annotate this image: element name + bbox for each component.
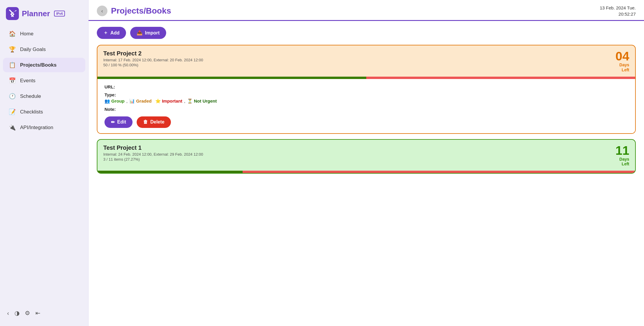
app-name: Planner [22, 9, 50, 18]
events-icon: 📅 [9, 77, 16, 84]
sidebar-label-schedule: Schedule [20, 93, 41, 99]
ipv6-badge: IPv6 [54, 11, 65, 17]
project-card-2: Test Project 2 Internal: 17 Feb. 2024 12… [97, 45, 636, 134]
projects-icon: 📋 [9, 62, 16, 68]
comma-1: , [126, 98, 128, 104]
project-name-2: Test Project 2 [103, 50, 203, 57]
sidebar-item-home[interactable]: 🏠 Home [3, 27, 85, 41]
tag-group: 👥 Group [104, 98, 125, 104]
back-icon[interactable]: ‹ [7, 310, 9, 317]
graded-text: Graded [136, 98, 152, 103]
days-label-2: DaysLeft [615, 62, 629, 73]
import-button[interactable]: 📥 Import [130, 27, 166, 39]
header-left: ‹ Projects/Books [97, 6, 171, 16]
progress-bar-container-2 [97, 77, 635, 79]
delete-icon: 🗑 [143, 119, 148, 125]
days-label-1: DaysLeft [615, 157, 629, 167]
header-time-text: 20:52:27 [600, 11, 636, 17]
group-text: Group [111, 98, 125, 103]
days-left-1: 11 DaysLeft [615, 144, 629, 167]
delete-label: Delete [150, 119, 164, 125]
project-progress-text-1: 3 / 11 items (27.27%) [103, 157, 203, 162]
sidebar-item-checklists[interactable]: 📝 Checklists [3, 105, 85, 119]
progress-bar-fill-2 [97, 77, 366, 79]
project-name-1: Test Project 1 [103, 144, 203, 151]
schedule-icon: 🕐 [9, 93, 16, 100]
edit-label: Edit [117, 119, 126, 125]
trophy-icon: 🏆 [9, 46, 16, 53]
tag-important: ⭐ Important [155, 98, 182, 104]
header: ‹ Projects/Books 13 Feb. 2024 Tue. 20:52… [89, 0, 644, 21]
sidebar-item-events[interactable]: 📅 Events [3, 73, 85, 88]
sidebar-label-projects-books: Projects/Books [20, 62, 57, 68]
progress-bar-container-1 [97, 171, 635, 173]
edit-icon: ✏ [111, 119, 115, 125]
sidebar-item-daily-goals[interactable]: 🏆 Daily Goals [3, 42, 85, 57]
sidebar-item-api[interactable]: 🔌 API/Integration [3, 120, 85, 135]
logo-area: Planner IPv6 [0, 5, 88, 26]
days-left-2: 04 DaysLeft [615, 50, 629, 73]
delete-button[interactable]: 🗑 Delete [137, 116, 171, 128]
add-button[interactable]: ＋ Add [97, 27, 126, 39]
type-tags: 👥 Group , 📊 Graded ⭐ Important [104, 98, 628, 104]
type-row: Type: 👥 Group , 📊 Graded ⭐ [104, 92, 628, 104]
api-icon: 🔌 [9, 124, 16, 131]
home-icon: 🏠 [9, 30, 16, 37]
sidebar-label-daily-goals: Daily Goals [20, 47, 46, 52]
project-card-1: Test Project 1 Internal: 24 Feb. 2024 12… [97, 139, 636, 174]
note-row: Note: [104, 107, 628, 112]
project-header-2: Test Project 2 Internal: 17 Feb. 2024 12… [97, 45, 635, 74]
back-button[interactable]: ‹ [97, 6, 107, 16]
page-title: Projects/Books [111, 6, 171, 16]
type-label: Type: [104, 92, 628, 97]
url-label: URL: [104, 84, 115, 89]
project-dates-2: Internal: 17 Feb. 2024 12:00, External: … [103, 58, 203, 62]
project-progress-text-2: 50 / 100 % (50.00%) [103, 63, 203, 67]
not-urgent-text: Not Urgent [194, 98, 217, 103]
project-info-1: Test Project 1 Internal: 24 Feb. 2024 12… [103, 144, 203, 162]
checklists-icon: 📝 [9, 108, 16, 115]
not-urgent-icon: ⏳ [187, 98, 193, 104]
main-content: ‹ Projects/Books 13 Feb. 2024 Tue. 20:52… [89, 0, 644, 326]
import-label: Import [145, 30, 160, 36]
tag-not-urgent: ⏳ Not Urgent [187, 98, 217, 104]
back-chevron-icon: ‹ [101, 8, 103, 14]
comma-2: , [184, 98, 185, 104]
sidebar-item-projects-books[interactable]: 📋 Projects/Books [3, 58, 85, 72]
important-icon: ⭐ [155, 98, 161, 104]
add-icon: ＋ [103, 30, 108, 36]
settings-icon[interactable]: ⚙ [25, 309, 30, 317]
graded-icon: 📊 [129, 98, 135, 104]
important-text: Important [162, 98, 182, 103]
sidebar-label-checklists: Checklists [20, 109, 43, 115]
header-datetime: 13 Feb. 2024 Tue. 20:52:27 [600, 5, 636, 17]
project-dates-1: Internal: 24 Feb. 2024 12:00, External: … [103, 152, 203, 157]
group-icon: 👥 [104, 98, 110, 104]
project-header-1: Test Project 1 Internal: 24 Feb. 2024 12… [97, 140, 635, 169]
sidebar-label-events: Events [20, 78, 35, 84]
contrast-icon[interactable]: ◑ [14, 309, 19, 317]
sidebar-bottom: ‹ ◑ ⚙ ⇤ [0, 305, 88, 321]
edit-button[interactable]: ✏ Edit [104, 116, 133, 128]
sidebar-item-schedule[interactable]: 🕐 Schedule [3, 89, 85, 103]
tag-graded: 📊 Graded [129, 98, 152, 104]
add-label: Add [110, 30, 120, 36]
days-number-2: 04 [615, 50, 629, 62]
logout-icon[interactable]: ⇤ [35, 309, 40, 317]
logo-icon [6, 7, 19, 20]
note-label: Note: [104, 107, 116, 112]
url-row: URL: [104, 84, 628, 89]
sidebar: Planner IPv6 🏠 Home 🏆 Daily Goals 📋 Proj… [0, 0, 89, 326]
header-date-text: 13 Feb. 2024 Tue. [600, 5, 636, 11]
project-detail-2: URL: Type: 👥 Group , 📊 Graded [97, 79, 635, 133]
sidebar-label-home: Home [20, 31, 33, 37]
logo-svg [8, 9, 17, 18]
sidebar-label-api: API/Integration [20, 125, 53, 131]
progress-bar-fill-1 [97, 171, 243, 173]
days-number-1: 11 [615, 144, 629, 157]
project-info-2: Test Project 2 Internal: 17 Feb. 2024 12… [103, 50, 203, 67]
toolbar: ＋ Add 📥 Import [97, 27, 636, 39]
content-area: ＋ Add 📥 Import Test Project 2 Internal: … [89, 21, 644, 326]
detail-actions: ✏ Edit 🗑 Delete [104, 116, 628, 128]
import-icon: 📥 [137, 30, 143, 36]
